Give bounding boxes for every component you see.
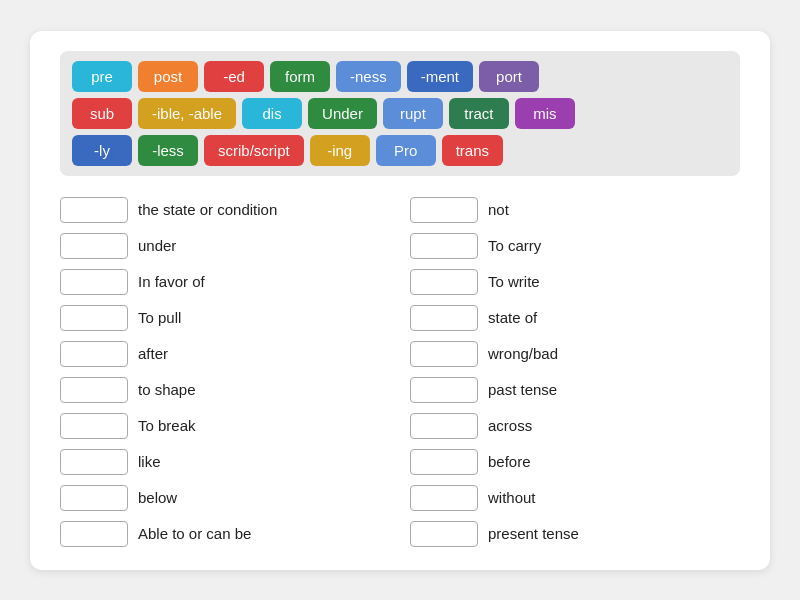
tile-0-4[interactable]: -ness: [336, 61, 401, 92]
tile-1-3[interactable]: Under: [308, 98, 377, 129]
match-input-left-7[interactable]: [60, 449, 128, 475]
match-label-left-4: after: [138, 345, 168, 362]
match-right-2: To write: [410, 266, 740, 298]
match-input-right-6[interactable]: [410, 413, 478, 439]
match-right-4: wrong/bad: [410, 338, 740, 370]
tile-2-0[interactable]: -ly: [72, 135, 132, 166]
match-input-left-9[interactable]: [60, 521, 128, 547]
tile-2-3[interactable]: -ing: [310, 135, 370, 166]
tile-row-2: -ly-lessscrib/script-ingProtrans: [72, 135, 728, 166]
tile-1-2[interactable]: dis: [242, 98, 302, 129]
match-left-5: to shape: [60, 374, 390, 406]
match-label-left-1: under: [138, 237, 176, 254]
match-input-left-8[interactable]: [60, 485, 128, 511]
match-label-right-5: past tense: [488, 381, 557, 398]
match-label-left-6: To break: [138, 417, 196, 434]
tile-2-1[interactable]: -less: [138, 135, 198, 166]
match-input-left-3[interactable]: [60, 305, 128, 331]
match-right-8: without: [410, 482, 740, 514]
match-left-7: like: [60, 446, 390, 478]
match-left-0: the state or condition: [60, 194, 390, 226]
tile-0-6[interactable]: port: [479, 61, 539, 92]
tile-1-0[interactable]: sub: [72, 98, 132, 129]
match-input-right-9[interactable]: [410, 521, 478, 547]
tile-1-5[interactable]: tract: [449, 98, 509, 129]
tile-0-5[interactable]: -ment: [407, 61, 473, 92]
match-left-9: Able to or can be: [60, 518, 390, 550]
match-left-4: after: [60, 338, 390, 370]
match-input-right-1[interactable]: [410, 233, 478, 259]
match-left-3: To pull: [60, 302, 390, 334]
match-label-right-9: present tense: [488, 525, 579, 542]
match-label-left-2: In favor of: [138, 273, 205, 290]
tiles-section: prepost-edform-ness-mentportsub-ible, -a…: [60, 51, 740, 176]
matching-section: the state or conditionnotunderTo carryIn…: [60, 194, 740, 550]
match-label-left-5: to shape: [138, 381, 196, 398]
match-left-8: below: [60, 482, 390, 514]
tile-2-5[interactable]: trans: [442, 135, 503, 166]
match-right-0: not: [410, 194, 740, 226]
tile-1-4[interactable]: rupt: [383, 98, 443, 129]
tile-0-0[interactable]: pre: [72, 61, 132, 92]
match-input-right-4[interactable]: [410, 341, 478, 367]
match-label-left-7: like: [138, 453, 161, 470]
match-label-left-9: Able to or can be: [138, 525, 251, 542]
tile-0-1[interactable]: post: [138, 61, 198, 92]
match-right-9: present tense: [410, 518, 740, 550]
match-label-left-0: the state or condition: [138, 201, 277, 218]
match-input-right-0[interactable]: [410, 197, 478, 223]
match-label-right-7: before: [488, 453, 531, 470]
match-right-7: before: [410, 446, 740, 478]
match-label-left-3: To pull: [138, 309, 181, 326]
match-input-left-6[interactable]: [60, 413, 128, 439]
match-input-right-3[interactable]: [410, 305, 478, 331]
match-label-right-3: state of: [488, 309, 537, 326]
tile-row-1: sub-ible, -abledisUnderrupttractmis: [72, 98, 728, 129]
tile-2-2[interactable]: scrib/script: [204, 135, 304, 166]
tile-1-1[interactable]: -ible, -able: [138, 98, 236, 129]
match-input-left-5[interactable]: [60, 377, 128, 403]
match-input-right-7[interactable]: [410, 449, 478, 475]
match-input-right-2[interactable]: [410, 269, 478, 295]
match-input-left-2[interactable]: [60, 269, 128, 295]
match-right-5: past tense: [410, 374, 740, 406]
match-input-left-4[interactable]: [60, 341, 128, 367]
match-input-left-1[interactable]: [60, 233, 128, 259]
match-label-right-2: To write: [488, 273, 540, 290]
match-left-2: In favor of: [60, 266, 390, 298]
tile-1-6[interactable]: mis: [515, 98, 575, 129]
match-label-right-8: without: [488, 489, 536, 506]
tile-0-2[interactable]: -ed: [204, 61, 264, 92]
match-right-3: state of: [410, 302, 740, 334]
match-right-1: To carry: [410, 230, 740, 262]
match-label-right-6: across: [488, 417, 532, 434]
match-label-right-4: wrong/bad: [488, 345, 558, 362]
match-label-right-1: To carry: [488, 237, 541, 254]
tile-2-4[interactable]: Pro: [376, 135, 436, 166]
tile-row-0: prepost-edform-ness-mentport: [72, 61, 728, 92]
match-input-right-5[interactable]: [410, 377, 478, 403]
match-input-left-0[interactable]: [60, 197, 128, 223]
match-left-1: under: [60, 230, 390, 262]
match-left-6: To break: [60, 410, 390, 442]
match-label-left-8: below: [138, 489, 177, 506]
match-right-6: across: [410, 410, 740, 442]
match-input-right-8[interactable]: [410, 485, 478, 511]
tile-0-3[interactable]: form: [270, 61, 330, 92]
main-container: prepost-edform-ness-mentportsub-ible, -a…: [30, 31, 770, 570]
match-label-right-0: not: [488, 201, 509, 218]
